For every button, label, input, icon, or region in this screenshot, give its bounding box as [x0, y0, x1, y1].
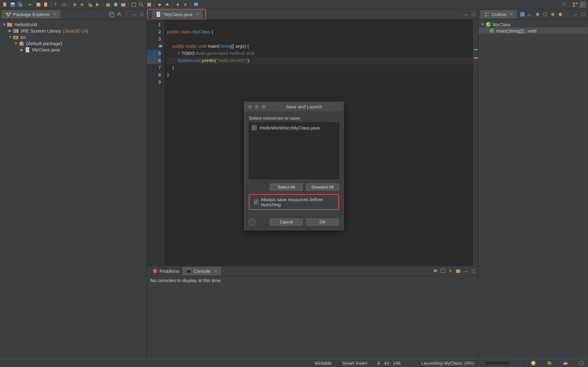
forward-icon[interactable]: [182, 1, 189, 8]
hide-local-icon[interactable]: [557, 11, 563, 17]
always-save-checkbox[interactable]: ✓ Always save resources before launching: [252, 195, 336, 209]
toggle-breadcrumb-icon[interactable]: [27, 1, 34, 8]
pin-console-icon[interactable]: [432, 268, 438, 274]
new-package-icon[interactable]: [105, 1, 112, 8]
close-icon[interactable]: ✕: [510, 12, 513, 17]
select-all-button[interactable]: Select All: [270, 184, 303, 191]
new-class-icon[interactable]: C: [112, 1, 119, 8]
package-explorer-tab[interactable]: Package Explorer ✕: [2, 10, 60, 18]
close-icon[interactable]: ✕: [53, 12, 57, 17]
expand-icon[interactable]: ▶: [19, 47, 25, 52]
new-folder-icon[interactable]: [120, 1, 127, 8]
open-perspective-icon[interactable]: [572, 1, 579, 8]
annotation-icon[interactable]: [146, 1, 152, 8]
run-icon[interactable]: [79, 1, 86, 8]
help-icon[interactable]: ?: [249, 219, 256, 225]
build-icon[interactable]: [35, 1, 42, 8]
prev-annotation-icon[interactable]: [164, 1, 171, 8]
maximize-icon[interactable]: ◻: [470, 268, 476, 274]
line-number: 6: [147, 57, 161, 64]
status-tip-icon[interactable]: [530, 360, 536, 366]
outline-tab[interactable]: Outline ✕: [480, 10, 517, 18]
overview-ruler[interactable]: [473, 19, 478, 266]
outline-class[interactable]: ▼ C MyClass: [478, 21, 588, 27]
new-icon[interactable]: [2, 1, 9, 8]
pin-icon[interactable]: [192, 1, 199, 8]
tree-project[interactable]: ▼ HelloWorld: [0, 21, 147, 27]
status-cursor-pos: 6 : 43 : 146: [377, 360, 401, 366]
maximize-icon[interactable]: ◻: [139, 11, 145, 17]
hide-static-icon[interactable]: [542, 11, 548, 17]
editor-tab[interactable]: J *MyClass.java ✕: [152, 10, 203, 18]
console-tab[interactable]: Console ✕: [183, 267, 221, 275]
open-type-icon[interactable]: [130, 1, 137, 8]
minimize-icon[interactable]: —: [131, 11, 137, 17]
status-samples-icon[interactable]: [579, 360, 585, 366]
resource-item[interactable]: ✓ /HelloWorld/src/MyClass.java: [251, 125, 337, 131]
bottom-panel: ! Problems Console ✕ ▾ —: [147, 266, 478, 359]
traffic-light-max[interactable]: [261, 105, 266, 109]
tree-src[interactable]: ▼ src: [0, 34, 147, 40]
traffic-light-min[interactable]: [255, 105, 259, 109]
status-updates-icon[interactable]: [546, 360, 552, 366]
new-java-icon[interactable]: [43, 1, 50, 8]
link-editor-icon[interactable]: [116, 11, 122, 17]
show-whitespace-icon[interactable]: ¶: [53, 1, 60, 8]
svg-rect-76: [493, 28, 494, 30]
svg-point-11: [64, 3, 67, 6]
tree-jre[interactable]: ▶ JRE System Library [JavaSE-14]: [0, 27, 147, 34]
status-bar: Writable Smart Insert 6 : 43 : 146 Launc…: [0, 359, 588, 367]
save-icon[interactable]: [9, 1, 16, 8]
view-menu-icon[interactable]: ⋮: [124, 11, 130, 17]
expand-icon[interactable]: ▼: [8, 34, 13, 40]
status-writable: Writable: [315, 360, 332, 366]
back-icon[interactable]: [174, 1, 181, 8]
close-icon[interactable]: ✕: [214, 269, 217, 273]
deselect-all-button[interactable]: Deselect All: [306, 184, 339, 191]
search-icon[interactable]: [138, 1, 145, 8]
save-all-icon[interactable]: [17, 1, 24, 8]
focus-icon[interactable]: [519, 11, 525, 17]
view-menu-icon[interactable]: ▾: [448, 268, 454, 274]
quick-access-icon[interactable]: [561, 1, 568, 8]
next-annotation-icon[interactable]: [156, 1, 163, 8]
svg-point-69: [536, 12, 539, 16]
display-console-icon[interactable]: [440, 268, 446, 274]
minimize-icon[interactable]: —: [463, 268, 469, 274]
dialog-titlebar[interactable]: Save and Launch: [244, 102, 343, 111]
close-icon[interactable]: ✕: [196, 12, 199, 17]
hide-nonpublic-icon[interactable]: [550, 11, 556, 17]
link-icon[interactable]: [61, 1, 68, 8]
cancel-button[interactable]: Cancel: [270, 218, 303, 226]
checkbox-icon[interactable]: ✓: [252, 125, 257, 130]
hide-fields-icon[interactable]: [535, 11, 541, 17]
outline-tree: ▼ C MyClass main(String[]) : void: [478, 19, 588, 359]
ok-button[interactable]: OK: [306, 218, 339, 226]
outline-method[interactable]: main(String[]) : void: [478, 27, 588, 34]
tree-label: MyClass.java: [32, 47, 60, 52]
coverage-icon[interactable]: [87, 1, 94, 8]
collapse-all-icon[interactable]: [109, 11, 114, 17]
svg-rect-60: [434, 269, 437, 272]
maximize-icon[interactable]: ◻: [580, 11, 586, 17]
minimize-icon[interactable]: —: [573, 11, 579, 17]
expand-icon[interactable]: ▶: [8, 28, 13, 33]
expand-icon[interactable]: ▼: [480, 22, 485, 27]
problems-tab[interactable]: ! Problems: [148, 267, 182, 275]
expand-icon[interactable]: ▼: [13, 41, 18, 46]
expand-icon[interactable]: ▼: [2, 22, 7, 27]
minimize-icon[interactable]: —: [463, 11, 469, 17]
maximize-icon[interactable]: ◻: [470, 11, 476, 17]
traffic-light-close[interactable]: [248, 105, 252, 109]
view-menu-icon[interactable]: ⋮: [565, 11, 571, 17]
highlight-annotation: J *MyClass.java ✕: [147, 8, 206, 20]
run-last-icon[interactable]: [94, 1, 101, 8]
open-console-icon[interactable]: [455, 268, 461, 274]
tree-package[interactable]: ▼ (default package): [0, 40, 147, 46]
checkbox-icon[interactable]: ✓: [254, 200, 258, 204]
sort-icon[interactable]: a↓: [527, 11, 533, 17]
status-overview-icon[interactable]: [562, 360, 568, 366]
java-perspective-icon[interactable]: J: [579, 1, 586, 8]
tree-file[interactable]: ▶ J MyClass.java: [0, 46, 147, 53]
debug-icon[interactable]: [71, 1, 78, 8]
